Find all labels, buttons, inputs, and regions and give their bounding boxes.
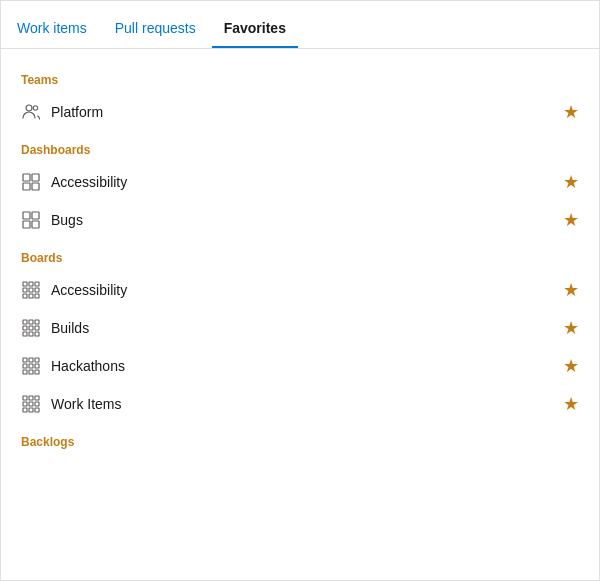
board-icon-accessibility [21, 280, 41, 300]
builds-board-label: Builds [51, 320, 563, 336]
work-items-board-star[interactable]: ★ [563, 393, 579, 415]
svg-rect-16 [23, 294, 27, 298]
list-item-work-items-board[interactable]: Work Items ★ [17, 385, 599, 423]
svg-rect-4 [23, 183, 30, 190]
svg-rect-27 [35, 332, 39, 336]
svg-rect-13 [23, 288, 27, 292]
svg-rect-3 [32, 174, 39, 181]
svg-point-0 [26, 105, 32, 111]
svg-rect-31 [23, 364, 27, 368]
accessibility-board-label: Accessibility [51, 282, 563, 298]
svg-rect-6 [23, 212, 30, 219]
svg-rect-2 [23, 174, 30, 181]
svg-rect-24 [35, 326, 39, 330]
svg-rect-39 [35, 396, 39, 400]
svg-rect-8 [23, 221, 30, 228]
svg-rect-9 [32, 221, 39, 228]
section-header-backlogs: Backlogs [17, 435, 599, 449]
platform-label: Platform [51, 104, 563, 120]
svg-rect-14 [29, 288, 33, 292]
svg-rect-33 [35, 364, 39, 368]
list-item-bugs-dashboard[interactable]: Bugs ★ [17, 201, 599, 239]
svg-rect-18 [35, 294, 39, 298]
svg-rect-22 [23, 326, 27, 330]
accessibility-board-star[interactable]: ★ [563, 279, 579, 301]
svg-rect-15 [35, 288, 39, 292]
tab-pull-requests[interactable]: Pull requests [103, 8, 208, 48]
people-icon [21, 102, 41, 122]
svg-point-1 [33, 106, 37, 110]
svg-rect-32 [29, 364, 33, 368]
tab-bar: Work items Pull requests Favorites [1, 1, 599, 49]
content-area: Teams Platform ★ Dashboards [1, 49, 599, 580]
list-item-accessibility-board[interactable]: Accessibility ★ [17, 271, 599, 309]
list-item-hackathons-board[interactable]: Hackathons ★ [17, 347, 599, 385]
svg-rect-29 [29, 358, 33, 362]
list-item-platform[interactable]: Platform ★ [17, 93, 599, 131]
svg-rect-44 [29, 408, 33, 412]
work-items-board-label: Work Items [51, 396, 563, 412]
accessibility-dashboard-star[interactable]: ★ [563, 171, 579, 193]
board-icon-hackathons [21, 356, 41, 376]
svg-rect-35 [29, 370, 33, 374]
svg-rect-30 [35, 358, 39, 362]
hackathons-board-label: Hackathons [51, 358, 563, 374]
svg-rect-45 [35, 408, 39, 412]
dashboard-icon [21, 172, 41, 192]
svg-rect-17 [29, 294, 33, 298]
bugs-dashboard-label: Bugs [51, 212, 563, 228]
section-header-dashboards: Dashboards [17, 143, 599, 157]
svg-rect-19 [23, 320, 27, 324]
svg-rect-20 [29, 320, 33, 324]
svg-rect-37 [23, 396, 27, 400]
svg-rect-7 [32, 212, 39, 219]
hackathons-board-star[interactable]: ★ [563, 355, 579, 377]
svg-rect-42 [35, 402, 39, 406]
main-container: Work items Pull requests Favorites Teams [0, 0, 600, 581]
svg-rect-21 [35, 320, 39, 324]
svg-rect-36 [35, 370, 39, 374]
board-icon-builds [21, 318, 41, 338]
bugs-dashboard-star[interactable]: ★ [563, 209, 579, 231]
list-item-accessibility-dashboard[interactable]: Accessibility ★ [17, 163, 599, 201]
accessibility-dashboard-label: Accessibility [51, 174, 563, 190]
board-icon-work-items [21, 394, 41, 414]
svg-rect-11 [29, 282, 33, 286]
svg-rect-43 [23, 408, 27, 412]
svg-rect-41 [29, 402, 33, 406]
builds-board-star[interactable]: ★ [563, 317, 579, 339]
svg-rect-40 [23, 402, 27, 406]
svg-rect-28 [23, 358, 27, 362]
platform-star[interactable]: ★ [563, 101, 579, 123]
svg-rect-25 [23, 332, 27, 336]
svg-rect-26 [29, 332, 33, 336]
svg-rect-10 [23, 282, 27, 286]
section-header-teams: Teams [17, 73, 599, 87]
dashboard-icon-bugs [21, 210, 41, 230]
section-header-boards: Boards [17, 251, 599, 265]
list-item-builds-board[interactable]: Builds ★ [17, 309, 599, 347]
svg-rect-5 [32, 183, 39, 190]
svg-rect-38 [29, 396, 33, 400]
tab-favorites[interactable]: Favorites [212, 8, 298, 48]
tab-work-items[interactable]: Work items [17, 8, 99, 48]
svg-rect-12 [35, 282, 39, 286]
svg-rect-23 [29, 326, 33, 330]
svg-rect-34 [23, 370, 27, 374]
